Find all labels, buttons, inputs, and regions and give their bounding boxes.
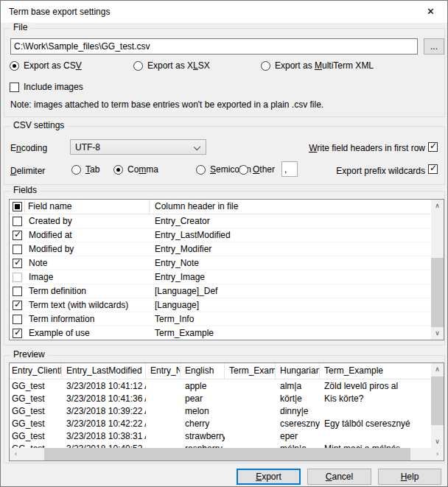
delimiter-radio-option[interactable]: Other [239, 164, 275, 175]
scroll-left-icon[interactable]: ‹ [10, 448, 22, 460]
preview-hscroll-thumb[interactable] [44, 448, 410, 460]
field-row[interactable]: Modified at Entry_LastModified [10, 228, 431, 242]
preview-col-header[interactable]: Term_Example [225, 363, 276, 379]
browse-button[interactable]: ... [424, 38, 444, 55]
radio-icon[interactable] [10, 61, 19, 71]
scroll-up-icon[interactable]: ∧ [431, 200, 444, 212]
field-checkbox-cell[interactable] [10, 329, 25, 338]
preview-vertical-scrollbar[interactable]: ∧ ∨ [431, 363, 444, 448]
fields-list-header[interactable]: Field name Column header in file [10, 200, 431, 214]
fields-scroll-thumb[interactable] [431, 258, 444, 329]
field-checkbox-cell[interactable] [10, 259, 25, 268]
delimiter-radio-option[interactable]: Comma [113, 164, 158, 175]
include-images-checkbox-option[interactable]: Include images [10, 82, 83, 92]
help-button[interactable]: Help [378, 469, 441, 485]
preview-row[interactable]: GG_test 3/23/2018 10:41:12 AM apple alm|… [10, 379, 431, 392]
field-checkbox[interactable] [13, 231, 22, 240]
radio-icon[interactable] [239, 165, 248, 175]
field-checkbox-cell[interactable] [10, 245, 25, 254]
preview-col-header[interactable]: Hungarian [276, 363, 320, 379]
field-name-cell: Image [25, 272, 150, 282]
column-header-field-name[interactable]: Field name [25, 200, 150, 214]
field-row[interactable]: Modified by Entry_Modifier [10, 242, 431, 256]
field-checkbox[interactable] [13, 259, 22, 268]
preview-col-header[interactable]: Term_Example [320, 363, 429, 379]
cell-entry-lastmodified: 3/23/2018 10:39:22 AM [62, 406, 146, 416]
export-prefix-checkbox[interactable] [428, 164, 438, 174]
preview-col-header[interactable]: Entry_ClientID [10, 363, 62, 379]
preview-group: Preview Entry_ClientID Entry_LastModifie… [4, 355, 445, 463]
radio-icon[interactable] [113, 165, 123, 175]
preview-row[interactable]: GG_test 3/23/2018 10:38:31 AM strawberry… [10, 430, 431, 442]
cell-english: cherry [181, 418, 225, 429]
write-headers-checkbox[interactable] [428, 142, 438, 152]
field-checkbox-cell[interactable] [10, 315, 25, 324]
export-button[interactable]: Export [237, 469, 301, 485]
cell-hungarian: alm|a [276, 381, 320, 391]
field-row[interactable]: Term definition [Language]_Def [10, 284, 431, 298]
field-checkbox-cell[interactable] [10, 301, 25, 310]
export-format-radio-option[interactable]: Export as XLSX [133, 60, 210, 71]
field-row[interactable]: Term text (with wildcards) [Language] [10, 298, 431, 312]
field-header-cell: Term_Info [150, 314, 431, 324]
field-checkbox-cell[interactable] [10, 231, 25, 240]
preview-col-header[interactable]: English [181, 363, 225, 379]
scroll-up-icon[interactable]: ∧ [431, 363, 444, 376]
field-row[interactable]: Image Entry_Image [10, 270, 431, 284]
field-row[interactable]: Note Entry_Note [10, 256, 431, 270]
fields-group: Fields Field name Column header in file … [4, 191, 445, 346]
select-all-checkbox[interactable] [13, 202, 22, 211]
radio-label: Other [253, 164, 275, 175]
preview-row[interactable]: GG_test 3/23/2018 10:42:22 AM cherry cse… [10, 417, 431, 430]
scroll-right-icon[interactable]: › [431, 448, 444, 460]
field-header-cell: Entry_Creator [150, 216, 431, 226]
field-checkbox[interactable] [13, 301, 22, 310]
field-checkbox-cell[interactable] [10, 273, 25, 282]
field-checkbox[interactable] [13, 329, 22, 338]
cell-english: melon [181, 406, 225, 416]
preview-vscroll-thumb[interactable] [431, 376, 444, 425]
preview-col-header[interactable]: Entry_Note [146, 363, 181, 379]
preview-col-header[interactable]: Entry_LastModified [62, 363, 146, 379]
field-checkbox[interactable] [13, 245, 22, 254]
include-images-label: Include images [24, 82, 83, 92]
preview-row[interactable]: GG_test 3/23/2018 10:41:36 AM pear kört|… [10, 392, 431, 404]
field-row[interactable]: Term information Term_Info [10, 312, 431, 326]
column-header-in-file[interactable]: Column header in file [150, 200, 431, 214]
radio-icon[interactable] [133, 61, 143, 71]
field-checkbox[interactable] [13, 217, 22, 226]
preview-row[interactable]: GG_test 3/23/2018 10:40:52 AM raspberry … [10, 442, 431, 448]
radio-icon[interactable] [196, 165, 206, 175]
csv-settings-group: CSV settings Encoding UTF-8 Write field … [4, 126, 445, 185]
field-checkbox[interactable] [13, 315, 22, 324]
close-icon[interactable]: ✕ [414, 1, 447, 23]
preview-horizontal-scrollbar[interactable]: ‹ › [10, 448, 444, 460]
scroll-down-icon[interactable]: ∨ [431, 327, 444, 340]
field-row[interactable]: Created by Entry_Creator [10, 214, 431, 228]
file-path-input[interactable] [10, 38, 418, 55]
select-all-cell[interactable] [10, 200, 25, 214]
export-format-radio-option[interactable]: Export as MultiTerm XML [261, 60, 374, 71]
cell-entry-clientid: GG_test [10, 431, 62, 441]
preview-row[interactable]: GG_test 3/23/2018 10:39:22 AM melon dinn… [10, 404, 431, 417]
field-header-cell: Entry_Modifier [150, 244, 431, 254]
cell-entry-clientid: GG_test [10, 406, 62, 416]
scroll-down-icon[interactable]: ∨ [431, 435, 444, 448]
fields-vertical-scrollbar[interactable]: ∧ ∨ [431, 200, 444, 340]
delimiter-radio-option[interactable]: Tab [71, 164, 99, 175]
preview-header[interactable]: Entry_ClientID Entry_LastModified Entry_… [10, 363, 431, 379]
export-format-radio-option[interactable]: Export as CSV [10, 60, 82, 71]
field-checkbox[interactable] [13, 273, 22, 282]
encoding-dropdown[interactable]: UTF-8 [70, 139, 206, 155]
field-row[interactable]: Example of use Term_Example [10, 326, 431, 340]
field-checkbox-cell[interactable] [10, 217, 25, 226]
checkbox-icon[interactable] [10, 83, 19, 92]
radio-icon[interactable] [71, 165, 81, 175]
field-checkbox[interactable] [13, 287, 22, 296]
encoding-value: UTF-8 [75, 142, 100, 153]
cell-term-example-hu: Kis körte? [320, 393, 429, 404]
radio-icon[interactable] [261, 61, 270, 71]
other-delimiter-input[interactable] [281, 161, 298, 177]
cancel-button[interactable]: Cancel [307, 469, 371, 485]
field-checkbox-cell[interactable] [10, 287, 25, 296]
